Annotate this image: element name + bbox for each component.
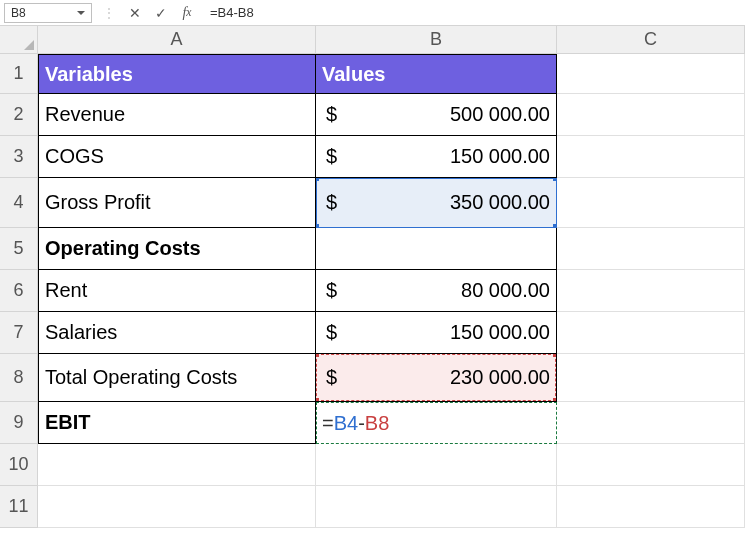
row-header-10[interactable]: 10 [0,444,38,486]
cell-b9[interactable]: =B4-B8 [316,402,557,444]
row-header-1[interactable]: 1 [0,54,38,94]
column-header-a[interactable]: A [38,26,316,54]
currency-symbol: $ [322,279,357,302]
currency-value: 150 000.00 [450,321,550,344]
cell-a11[interactable] [38,486,316,528]
cell-c8[interactable] [557,354,745,402]
cell-c2[interactable] [557,94,745,136]
table-row: Revenue $500 000.00 [38,94,745,136]
table-row: Total Operating Costs $230 000.00 [38,354,745,402]
cell-c5[interactable] [557,228,745,270]
cell-a3[interactable]: COGS [38,136,316,178]
cell-c3[interactable] [557,136,745,178]
table-row: EBIT =B4-B8 [38,402,745,444]
confirm-edit-button[interactable]: ✓ [152,4,170,22]
row-header-4[interactable]: 4 [0,178,38,228]
cell-b10[interactable] [316,444,557,486]
cell-b11[interactable] [316,486,557,528]
currency-symbol: $ [322,191,357,214]
cell-a8[interactable]: Total Operating Costs [38,354,316,402]
cell-c9[interactable] [557,402,745,444]
cell-a6[interactable]: Rent [38,270,316,312]
table-row: Gross Profit $350 000.00 [38,178,745,228]
row-header-11[interactable]: 11 [0,486,38,528]
cell-b6[interactable]: $80 000.00 [316,270,557,312]
cell-a2[interactable]: Revenue [38,94,316,136]
cell-c10[interactable] [557,444,745,486]
currency-symbol: $ [322,103,357,126]
row-headers: 1234567891011 [0,54,38,528]
row-header-3[interactable]: 3 [0,136,38,178]
cell-b8[interactable]: $230 000.00 [316,354,557,402]
currency-value: 350 000.00 [450,191,550,214]
table-row [38,486,745,528]
currency-value: 230 000.00 [450,366,550,389]
column-header-c[interactable]: C [557,26,745,54]
column-headers: A B C [38,26,745,54]
table-row: Operating Costs [38,228,745,270]
cell-a7[interactable]: Salaries [38,312,316,354]
name-box-value: B8 [11,6,26,20]
cells-area: Variables Values Revenue $500 000.00 COG… [38,54,745,528]
cell-b5[interactable] [316,228,557,270]
column-header-b[interactable]: B [316,26,557,54]
cell-b2[interactable]: $500 000.00 [316,94,557,136]
table-row: Rent $80 000.00 [38,270,745,312]
cancel-edit-button[interactable]: ✕ [126,4,144,22]
table-row [38,444,745,486]
cell-a4[interactable]: Gross Profit [38,178,316,228]
row-header-6[interactable]: 6 [0,270,38,312]
currency-value: 80 000.00 [461,279,550,302]
cell-c4[interactable] [557,178,745,228]
cell-b1[interactable]: Values [316,54,557,94]
row-header-8[interactable]: 8 [0,354,38,402]
insert-function-button[interactable]: fx [178,4,196,22]
formula-bar-input[interactable] [204,5,741,20]
cell-b7[interactable]: $150 000.00 [316,312,557,354]
cell-c6[interactable] [557,270,745,312]
cell-c1[interactable] [557,54,745,94]
cell-a9[interactable]: EBIT [38,402,316,444]
cell-b4[interactable]: $350 000.00 [316,178,557,228]
row-header-2[interactable]: 2 [0,94,38,136]
row-header-9[interactable]: 9 [0,402,38,444]
name-box-dropdown-icon[interactable] [77,11,85,15]
cell-edit-content: =B4-B8 [322,412,389,435]
currency-value: 150 000.00 [450,145,550,168]
cell-c7[interactable] [557,312,745,354]
table-row: Salaries $150 000.00 [38,312,745,354]
separator: ⋮ [100,5,118,21]
currency-symbol: $ [322,366,357,389]
table-row: COGS $150 000.00 [38,136,745,178]
cell-c11[interactable] [557,486,745,528]
formula-bar: B8 ⋮ ✕ ✓ fx [0,0,745,26]
currency-symbol: $ [322,321,357,344]
currency-value: 500 000.00 [450,103,550,126]
table-row: Variables Values [38,54,745,94]
cell-a10[interactable] [38,444,316,486]
select-all-corner[interactable] [0,26,38,54]
name-box[interactable]: B8 [4,3,92,23]
cell-b3[interactable]: $150 000.00 [316,136,557,178]
cell-a1[interactable]: Variables [38,54,316,94]
row-header-7[interactable]: 7 [0,312,38,354]
cell-a5[interactable]: Operating Costs [38,228,316,270]
currency-symbol: $ [322,145,357,168]
row-header-5[interactable]: 5 [0,228,38,270]
